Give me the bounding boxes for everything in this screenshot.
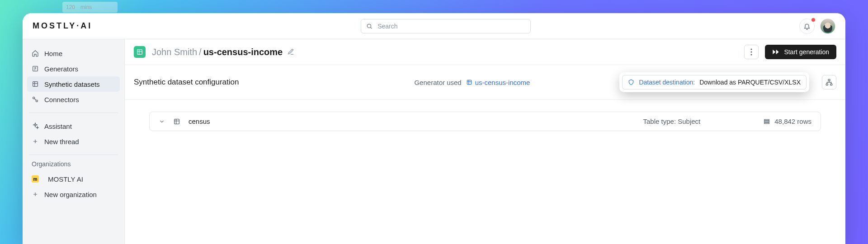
sidebar-item-generators[interactable]: Generators xyxy=(27,61,120,76)
generator-used: Generator used us-census-income xyxy=(414,79,530,86)
sidebar-item-label: Generators xyxy=(44,65,78,73)
svg-point-9 xyxy=(751,54,752,55)
chevron-down-icon[interactable] xyxy=(159,118,165,125)
sparkle-icon xyxy=(32,122,39,130)
svg-rect-15 xyxy=(764,119,769,120)
ghost-right: mins xyxy=(80,4,92,10)
datasets-icon xyxy=(32,80,39,88)
dest-value: Download as PARQUET/CSV/XLSX xyxy=(699,79,801,86)
sidebar-item-label: Connectors xyxy=(44,96,79,103)
edit-name-button[interactable] xyxy=(287,48,294,56)
breadcrumb: John Smith/us-census-income xyxy=(152,47,294,57)
table-rows: 48,842 rows xyxy=(764,117,811,125)
sidebar-item-label: Synthetic datasets xyxy=(44,80,100,88)
logo-text: MOSTLY·AI xyxy=(33,21,92,31)
notification-dot-icon xyxy=(811,18,815,22)
search-icon xyxy=(366,23,373,30)
svg-rect-10 xyxy=(467,80,471,84)
svg-point-0 xyxy=(368,24,371,28)
sidebar-item-connectors[interactable]: Connectors xyxy=(27,92,120,107)
rows-value: 48,842 rows xyxy=(774,117,811,125)
svg-rect-6 xyxy=(137,50,142,55)
sidebar-item-label: New organization xyxy=(44,191,97,198)
sidebar-section-orgs: Organizations xyxy=(27,160,120,171)
svg-rect-11 xyxy=(828,79,830,80)
tree-icon xyxy=(826,79,833,86)
logo[interactable]: MOSTLY·AI xyxy=(33,21,92,31)
start-generation-button[interactable]: Start generation xyxy=(765,45,836,59)
start-generation-label: Start generation xyxy=(784,48,829,56)
org-badge-icon: m xyxy=(32,175,39,183)
dots-vertical-icon xyxy=(750,48,752,56)
fast-forward-icon xyxy=(772,49,779,55)
svg-rect-12 xyxy=(826,84,828,85)
config-title: Synthetic dataset configuration xyxy=(134,78,239,87)
generator-link-icon xyxy=(466,79,472,85)
search-input[interactable] xyxy=(377,23,526,30)
sidebar-item-synthetic-datasets[interactable]: Synthetic datasets xyxy=(27,76,120,92)
breadcrumb-name: us-census-income xyxy=(203,47,283,57)
topbar: MOSTLY·AI xyxy=(23,13,845,39)
svg-rect-13 xyxy=(830,84,832,85)
svg-rect-17 xyxy=(764,122,769,123)
sidebar: Home Generators Synthetic datasets Conne… xyxy=(23,39,125,244)
generators-icon xyxy=(32,65,39,72)
sidebar-item-label: Home xyxy=(44,50,62,57)
sidebar-item-label: New thread xyxy=(44,138,79,145)
bell-icon xyxy=(803,23,811,30)
sidebar-item-label: Assistant xyxy=(44,122,72,130)
sidebar-item-label: MOSTLY AI xyxy=(48,175,83,183)
main: John Smith/us-census-income Start genera xyxy=(125,39,845,244)
dataset-destination-button[interactable]: Dataset destination: Download as PARQUET… xyxy=(622,75,807,89)
dataset-badge-icon xyxy=(134,46,146,58)
sidebar-item-org[interactable]: m MOSTLY AI xyxy=(27,171,120,187)
destination-icon xyxy=(628,79,634,85)
schema-tree-button[interactable] xyxy=(822,75,836,89)
sidebar-divider xyxy=(29,155,118,155)
svg-point-8 xyxy=(751,51,752,52)
more-menu-button[interactable] xyxy=(744,45,759,59)
svg-line-1 xyxy=(371,27,372,28)
config-row: Synthetic dataset configuration Generato… xyxy=(125,65,845,100)
svg-rect-14 xyxy=(175,119,179,124)
sidebar-divider xyxy=(29,113,118,113)
table-icon xyxy=(173,118,180,125)
app-window: MOSTLY·AI Home xyxy=(23,13,845,244)
breadcrumb-owner[interactable]: John Smith xyxy=(152,47,197,57)
sidebar-item-new-org[interactable]: New organization xyxy=(27,187,120,202)
sidebar-item-home[interactable]: Home xyxy=(27,46,120,61)
background-ghost-pill: 120 mins xyxy=(62,2,118,13)
notifications-button[interactable] xyxy=(799,19,815,34)
generator-link[interactable]: us-census-income xyxy=(466,79,530,86)
table-card[interactable]: census Table type: Subject 48,842 rows xyxy=(149,112,821,131)
table-type: Table type: Subject xyxy=(643,117,701,125)
home-icon xyxy=(32,50,39,57)
table-name: census xyxy=(189,117,210,125)
dest-label: Dataset destination: xyxy=(639,79,695,86)
sidebar-item-assistant[interactable]: Assistant xyxy=(27,118,120,134)
svg-point-7 xyxy=(751,48,752,50)
shell: Home Generators Synthetic datasets Conne… xyxy=(23,39,845,244)
svg-rect-3 xyxy=(33,82,38,87)
topbar-actions xyxy=(799,19,835,34)
generator-link-label: us-census-income xyxy=(475,79,530,86)
plus-icon xyxy=(32,138,39,145)
connectors-icon xyxy=(32,96,39,103)
svg-rect-16 xyxy=(764,121,769,122)
rows-icon xyxy=(764,118,770,125)
breadcrumb-slash: / xyxy=(199,47,202,57)
dest-highlight: Dataset destination: Download as PARQUET… xyxy=(619,72,809,92)
user-avatar[interactable] xyxy=(820,19,835,34)
sidebar-item-new-thread[interactable]: New thread xyxy=(27,134,120,149)
table-meta: Table type: Subject 48,842 rows xyxy=(643,117,811,125)
generator-used-label: Generator used xyxy=(414,79,461,86)
search-field[interactable] xyxy=(361,19,531,33)
plus-icon xyxy=(32,191,39,198)
ghost-left: 120 xyxy=(66,4,75,10)
page-header: John Smith/us-census-income Start genera xyxy=(125,39,845,65)
